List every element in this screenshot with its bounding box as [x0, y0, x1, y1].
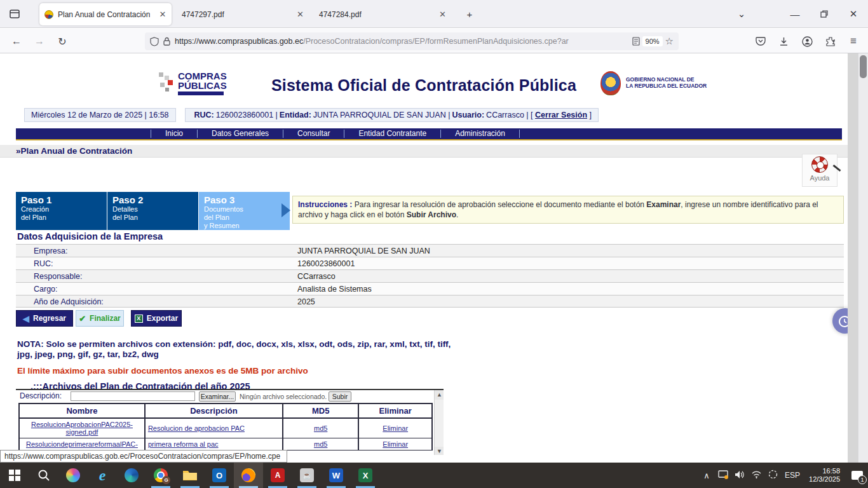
lock-icon: [163, 37, 170, 46]
cerrar-sesion-link[interactable]: Cerrar Sesión: [535, 111, 587, 119]
notification-count-badge: 1: [858, 475, 867, 484]
table-row: ResoluciondeprimerareformaalPAC- primera…: [19, 438, 432, 451]
file-link[interactable]: ResolucionAprobacionPAC2025-signed.pdf: [22, 421, 142, 436]
menu-hamburger-icon[interactable]: ≡: [845, 34, 862, 49]
word-icon[interactable]: W: [322, 463, 351, 488]
zoom-level-badge[interactable]: 90%: [642, 36, 663, 46]
table-row: Año de Adquisición:2025: [16, 295, 844, 308]
lifebuoy-help-icon: [811, 156, 828, 173]
list-tabs-chevron-icon[interactable]: ⌄: [732, 5, 751, 23]
outlook-icon[interactable]: O: [205, 463, 234, 488]
table-row: Responsable:CCarrasco: [16, 269, 844, 282]
datetime-box: Miércoles 12 de Marzo de 2025 | 16:58: [24, 108, 176, 122]
reload-icon[interactable]: ↻: [53, 32, 71, 50]
tab-pdf-4747297[interactable]: 4747297.pdf ✕: [177, 3, 309, 25]
exportar-button[interactable]: X Exportar: [131, 310, 182, 327]
browser-toolbar: ← → ↻ https://www.compraspublicas.gob.ec…: [0, 29, 868, 53]
table-row: Cargo:Analista de Sistemas: [16, 282, 844, 295]
forward-icon[interactable]: →: [31, 32, 48, 50]
tab-close-icon[interactable]: ✕: [439, 10, 446, 19]
shield-icon[interactable]: [150, 37, 159, 46]
dev-app-icon[interactable]: ☕: [292, 463, 322, 488]
firefox-icon[interactable]: [234, 463, 263, 488]
acrobat-icon[interactable]: A: [263, 463, 292, 488]
nav-inicio[interactable]: Inicio: [151, 130, 197, 138]
reader-view-icon[interactable]: [632, 37, 640, 46]
tab-pdf-4747284[interactable]: 4747284.pdf ✕: [314, 3, 451, 25]
md5-link[interactable]: md5: [314, 424, 327, 432]
tab-plan-anual[interactable]: Plan Anual de Contratación ✕: [39, 3, 172, 25]
main-nav: Inicio Datos Generales Consultar Entidad…: [16, 128, 842, 140]
notification-center[interactable]: 1: [846, 463, 868, 488]
finalizar-button[interactable]: ✔ Finalizar: [76, 310, 124, 327]
examinar-button[interactable]: Examinar...: [199, 391, 236, 402]
account-icon[interactable]: [799, 34, 815, 49]
step-paso-1: Paso 1 Creacióndel Plan: [16, 192, 107, 230]
minimize-button[interactable]: —: [785, 5, 804, 23]
scrollbar-thumb[interactable]: [860, 55, 867, 78]
eliminar-link[interactable]: Eliminar: [383, 440, 408, 448]
search-icon[interactable]: [29, 463, 58, 488]
url-bar[interactable]: https://www.compraspublicas.gob.ec/Proce…: [145, 32, 679, 50]
nav-entidad-contratante[interactable]: Entidad Contratante: [344, 130, 440, 138]
close-button[interactable]: ✕: [844, 5, 863, 23]
excel-icon: X: [135, 315, 143, 323]
instructions-box: Instrucciones : Para ingresar la resoluc…: [292, 196, 844, 224]
page-gutter: [848, 53, 858, 463]
descripcion-row: Descripción: Examinar... Ningún archivo …: [20, 391, 62, 402]
tab-title: Plan Anual de Contratación: [58, 10, 150, 19]
archivos-scrollbar[interactable]: ▲ ▼: [434, 390, 444, 455]
md5-link[interactable]: md5: [314, 440, 327, 448]
regresar-button[interactable]: ◀ Regresar: [16, 310, 73, 327]
pocket-icon[interactable]: [752, 34, 769, 49]
tab-close-icon[interactable]: ✕: [159, 10, 166, 19]
tray-chevron-icon[interactable]: ∧: [698, 471, 715, 480]
restore-button[interactable]: [815, 5, 834, 23]
language-indicator[interactable]: ESP: [781, 471, 804, 480]
nav-consultar[interactable]: Consultar: [283, 130, 344, 138]
back-icon[interactable]: ←: [8, 32, 25, 50]
empresa-table: Empresa:JUNTA PARROQUIAL DE SAN JUAN RUC…: [16, 244, 844, 308]
internet-explorer-icon[interactable]: e: [88, 463, 117, 488]
session-box: RUC:1260023860001 | Entidad:JUNTA PARROQ…: [185, 108, 599, 122]
descripcion-input[interactable]: [71, 391, 195, 401]
screen-share-icon[interactable]: [715, 470, 731, 481]
new-tab-button[interactable]: +: [460, 5, 479, 23]
edge-icon[interactable]: [117, 463, 146, 488]
chrome-icon[interactable]: G: [146, 463, 175, 488]
wifi-icon[interactable]: [748, 470, 764, 480]
clock[interactable]: 16:58 12/3/2025: [809, 467, 840, 484]
step-paso-2: Paso 2 Detallesdel Plan: [107, 192, 198, 230]
file-desc-link[interactable]: Resolucion de aprobacion PAC: [148, 424, 245, 432]
archivos-panel: Descripción: Examinar... Ningún archivo …: [16, 389, 444, 455]
teams-icon[interactable]: [764, 470, 781, 481]
scroll-down-icon[interactable]: ▼: [435, 447, 444, 455]
limite-text: El límite máximo para subir documentos a…: [17, 366, 308, 376]
downloads-icon[interactable]: [775, 34, 792, 49]
subir-button[interactable]: Subir: [329, 391, 351, 402]
copilot-icon[interactable]: [58, 463, 88, 488]
clock-icon: [837, 313, 848, 329]
start-button[interactable]: [0, 463, 29, 488]
volume-icon[interactable]: [731, 470, 748, 481]
extensions-puzzle-icon[interactable]: [822, 34, 839, 49]
firefox-view-icon[interactable]: [6, 6, 23, 22]
ayuda-button[interactable]: Ayuda: [802, 154, 837, 187]
file-link[interactable]: ResoluciondeprimerareformaalPAC-: [22, 440, 142, 448]
excel-icon[interactable]: X: [351, 463, 380, 488]
tab-close-icon[interactable]: ✕: [297, 10, 304, 19]
taskbar: e G O A ☕: [0, 463, 868, 488]
page-scrollbar[interactable]: [858, 53, 868, 463]
nav-administracion[interactable]: Administración: [440, 130, 520, 138]
file-desc-link[interactable]: primera reforma al pac: [148, 440, 219, 448]
floating-clock-widget[interactable]: [832, 308, 848, 334]
url-text: https://www.compraspublicas.gob.ec/Proce…: [175, 37, 632, 46]
status-link-tooltip: https://www.compraspublicas.gob.ec/Proce…: [0, 450, 287, 463]
nav-datos-generales[interactable]: Datos Generales: [197, 130, 283, 138]
eliminar-link[interactable]: Eliminar: [383, 424, 408, 432]
scroll-up-icon[interactable]: ▲: [435, 390, 444, 400]
browser-tab-bar: Plan Anual de Contratación ✕ 4747297.pdf…: [0, 0, 868, 28]
bookmark-star-icon[interactable]: ☆: [665, 36, 674, 47]
ecuador-emblem-favicon: [44, 10, 53, 19]
file-explorer-icon[interactable]: [175, 463, 205, 488]
